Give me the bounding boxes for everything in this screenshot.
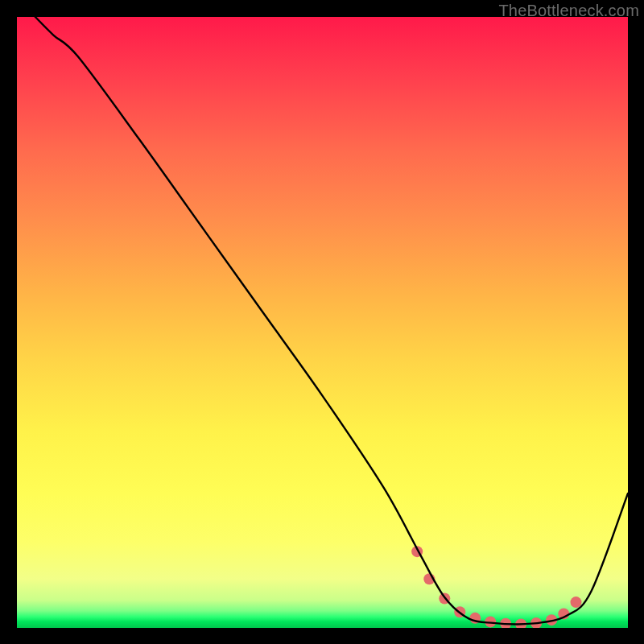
watermark-text: TheBottleneck.com bbox=[498, 2, 639, 20]
chart-area bbox=[17, 17, 628, 628]
bottleneck-chart-svg bbox=[17, 17, 628, 628]
highlight-dot bbox=[570, 597, 581, 608]
bottleneck-curve-path bbox=[35, 17, 628, 624]
